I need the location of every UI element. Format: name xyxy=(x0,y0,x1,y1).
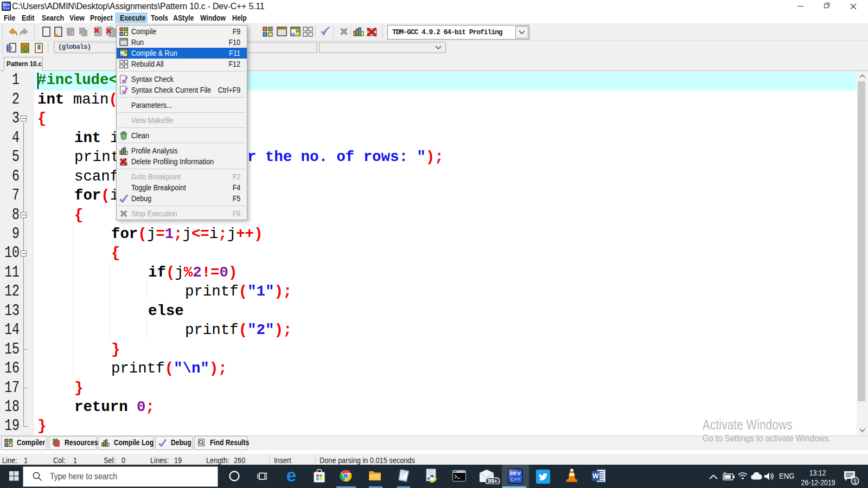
svg-text:C++: C++ xyxy=(510,476,520,482)
svg-text:W: W xyxy=(592,472,599,480)
svg-text:99+: 99+ xyxy=(488,478,497,484)
svg-text:C++: C++ xyxy=(3,7,10,10)
svg-text:DEV: DEV xyxy=(3,3,9,7)
svg-text:1: 1 xyxy=(853,478,857,485)
svg-text:DEV: DEV xyxy=(510,470,521,476)
